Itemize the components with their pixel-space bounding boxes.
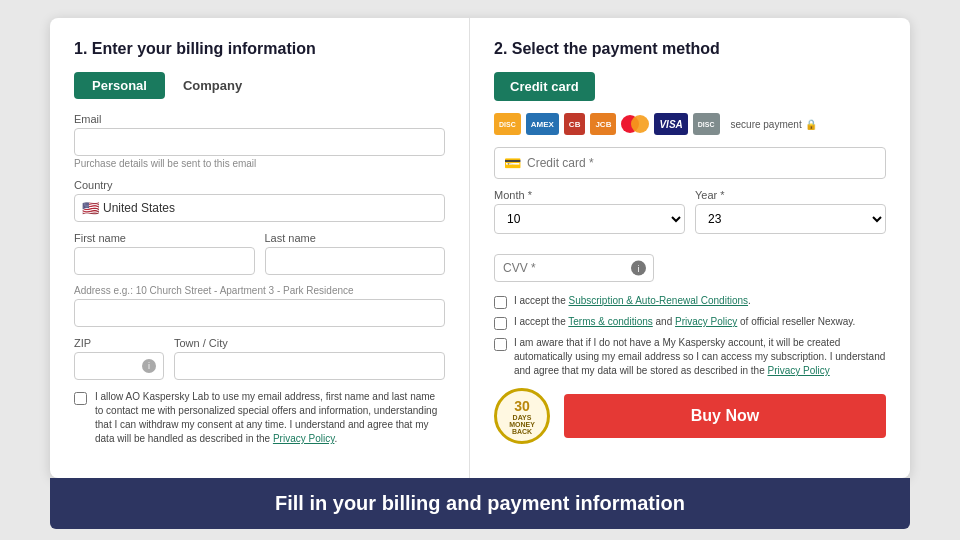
city-group: Town / City bbox=[174, 337, 445, 380]
country-group: Country 🇺🇸 bbox=[74, 179, 445, 222]
terms-conditions-link[interactable]: Terms & conditions bbox=[568, 316, 652, 327]
last-name-label: Last name bbox=[265, 232, 446, 244]
buy-row: 30 DAYS MONEY BACK Buy Now bbox=[494, 388, 886, 444]
card-icon: 💳 bbox=[504, 155, 521, 171]
city-label: Town / City bbox=[174, 337, 445, 349]
terms-checkbox-2[interactable] bbox=[494, 317, 507, 330]
money-back-line1: DAYS bbox=[513, 414, 532, 421]
marketing-checkbox[interactable] bbox=[74, 392, 87, 405]
payment-title: 2. Select the payment method bbox=[494, 40, 886, 58]
privacy-policy-link-3[interactable]: Privacy Policy bbox=[767, 365, 829, 376]
city-input[interactable] bbox=[174, 352, 445, 380]
zip-city-row: ZIP i Town / City bbox=[74, 337, 445, 380]
first-name-input[interactable] bbox=[74, 247, 255, 275]
terms-label-1: I accept the Subscription & Auto-Renewal… bbox=[514, 294, 751, 308]
cvv-info-icon[interactable]: i bbox=[631, 261, 646, 276]
money-back-badge: 30 DAYS MONEY BACK bbox=[494, 388, 550, 444]
year-group: Year * 23 242526 bbox=[695, 189, 886, 234]
lock-icon: 🔒 bbox=[805, 119, 817, 130]
last-name-group: Last name bbox=[265, 232, 446, 275]
logo-generic1: CB bbox=[564, 113, 586, 135]
logo-visa: VISA bbox=[654, 113, 687, 135]
address-group: Address e.g.: 10 Church Street - Apartme… bbox=[74, 285, 445, 327]
year-select[interactable]: 23 242526 bbox=[695, 204, 886, 234]
first-name-group: First name bbox=[74, 232, 255, 275]
month-group: Month * 10 123 456 789 1112 bbox=[494, 189, 685, 234]
email-group: Email Purchase details will be sent to t… bbox=[74, 113, 445, 169]
buy-now-button[interactable]: Buy Now bbox=[564, 394, 886, 438]
terms-row-1: I accept the Subscription & Auto-Renewal… bbox=[494, 294, 886, 309]
money-back-line2: MONEY bbox=[509, 421, 535, 428]
privacy-policy-link-2[interactable]: Privacy Policy bbox=[675, 316, 737, 327]
card-number-input[interactable] bbox=[494, 147, 886, 179]
cvv-group: i bbox=[494, 254, 654, 282]
marketing-label: I allow AO Kaspersky Lab to use my email… bbox=[95, 390, 445, 446]
bottom-bar: Fill in your billing and payment informa… bbox=[50, 478, 910, 529]
country-flag: 🇺🇸 bbox=[82, 200, 99, 216]
logo-amex: AMEX bbox=[526, 113, 559, 135]
zip-info-icon[interactable]: i bbox=[142, 359, 156, 373]
logo-discover: DISC bbox=[494, 113, 521, 135]
terms-label-3: I am aware that if I do not have a My Ka… bbox=[514, 336, 886, 378]
money-back-days: 30 bbox=[514, 398, 530, 414]
country-label: Country bbox=[74, 179, 445, 191]
bottom-bar-text: Fill in your billing and payment informa… bbox=[275, 492, 685, 515]
billing-title: 1. Enter your billing information bbox=[74, 40, 445, 58]
terms-checkbox-3[interactable] bbox=[494, 338, 507, 351]
address-input[interactable] bbox=[74, 299, 445, 327]
tab-bar: Personal Company bbox=[74, 72, 445, 99]
month-select[interactable]: 10 123 456 789 1112 bbox=[494, 204, 685, 234]
secure-payment-text: secure payment bbox=[731, 119, 802, 130]
logo-mastercard bbox=[621, 115, 649, 133]
year-label: Year * bbox=[695, 189, 886, 201]
terms-row-3: I am aware that if I do not have a My Ka… bbox=[494, 336, 886, 378]
zip-label: ZIP bbox=[74, 337, 164, 349]
logo-generic2: JCB bbox=[590, 113, 616, 135]
first-name-label: First name bbox=[74, 232, 255, 244]
cvv-input[interactable] bbox=[494, 254, 654, 282]
tab-company[interactable]: Company bbox=[165, 72, 260, 99]
marketing-privacy-link[interactable]: Privacy Policy bbox=[273, 433, 335, 444]
email-label: Email bbox=[74, 113, 445, 125]
right-panel: 2. Select the payment method Credit card… bbox=[470, 18, 910, 478]
marketing-checkbox-row: I allow AO Kaspersky Lab to use my email… bbox=[74, 390, 445, 446]
main-container: 1. Enter your billing information Person… bbox=[0, 0, 960, 540]
payment-logos: DISC AMEX CB JCB VISA DISC secure paymen… bbox=[494, 113, 886, 135]
country-input-wrap: 🇺🇸 bbox=[74, 194, 445, 222]
last-name-input[interactable] bbox=[265, 247, 446, 275]
terms-label-2: I accept the Terms & conditions and Priv… bbox=[514, 315, 855, 329]
subscription-conditions-link[interactable]: Subscription & Auto-Renewal Conditions bbox=[568, 295, 748, 306]
month-label: Month * bbox=[494, 189, 685, 201]
card: 1. Enter your billing information Person… bbox=[50, 18, 910, 478]
terms-row-2: I accept the Terms & conditions and Priv… bbox=[494, 315, 886, 330]
credit-card-button[interactable]: Credit card bbox=[494, 72, 595, 101]
secure-payment: secure payment 🔒 bbox=[731, 119, 817, 130]
logo-generic3: DISC bbox=[693, 113, 720, 135]
tab-personal[interactable]: Personal bbox=[74, 72, 165, 99]
terms-checkbox-1[interactable] bbox=[494, 296, 507, 309]
month-year-row: Month * 10 123 456 789 1112 Year * 23 24… bbox=[494, 189, 886, 244]
name-row: First name Last name bbox=[74, 232, 445, 285]
zip-group: ZIP i bbox=[74, 337, 164, 380]
address-hint: Address e.g.: 10 Church Street - Apartme… bbox=[74, 285, 445, 296]
money-back-line3: BACK bbox=[512, 428, 532, 435]
country-input[interactable] bbox=[74, 194, 445, 222]
left-panel: 1. Enter your billing information Person… bbox=[50, 18, 470, 478]
email-input[interactable] bbox=[74, 128, 445, 156]
email-hint: Purchase details will be sent to this em… bbox=[74, 158, 445, 169]
card-number-wrap: 💳 bbox=[494, 147, 886, 179]
